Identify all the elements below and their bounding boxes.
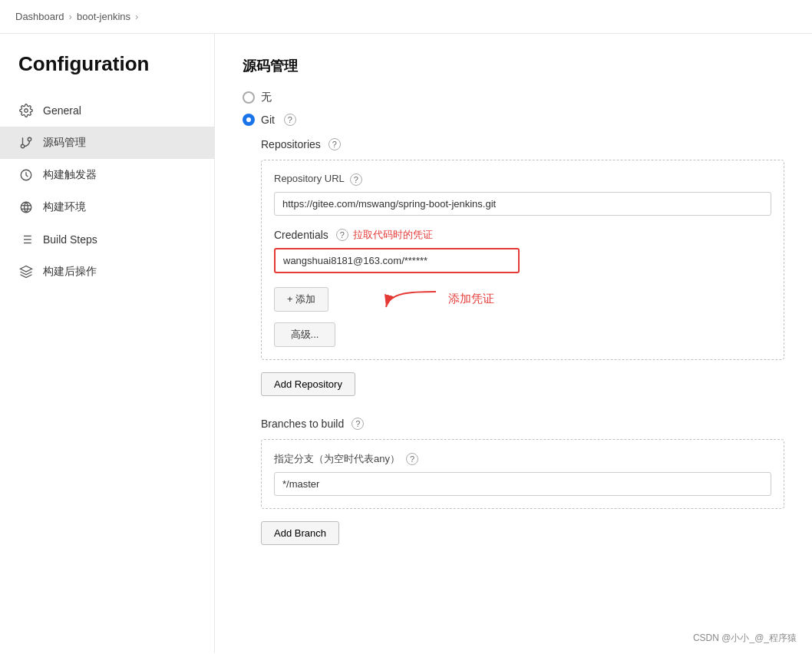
branch-field-label-text: 指定分支（为空时代表any） bbox=[274, 452, 400, 466]
credentials-help-icon[interactable]: ? bbox=[336, 229, 348, 241]
sidebar-item-env-label: 构建环境 bbox=[43, 200, 86, 214]
breadcrumb: Dashboard › boot-jenkins › bbox=[0, 0, 812, 34]
repositories-header: Repositories ? bbox=[261, 138, 784, 150]
repo-url-label-text: Repository URL bbox=[274, 173, 344, 184]
svg-point-2 bbox=[28, 137, 31, 141]
radio-group-scm: 无 Git ? bbox=[243, 91, 784, 126]
credentials-label-row: Credentials ? 拉取代码时的凭证 bbox=[274, 228, 771, 242]
git-help-icon[interactable]: ? bbox=[284, 114, 296, 126]
globe-icon bbox=[18, 200, 34, 215]
repositories-help-icon[interactable]: ? bbox=[328, 138, 341, 150]
radio-git[interactable]: Git ? bbox=[243, 114, 784, 126]
credentials-label-text: Credentials bbox=[274, 229, 328, 241]
annotation-text: 添加凭证 bbox=[448, 292, 494, 306]
package-icon bbox=[18, 264, 34, 279]
breadcrumb-sep-1: › bbox=[69, 11, 72, 22]
sidebar-item-build-env[interactable]: 构建环境 bbox=[0, 191, 214, 223]
main-content: 源码管理 无 Git ? Repositories ? bbox=[215, 34, 812, 653]
watermark: CSDN @小小_@_程序猿 bbox=[693, 632, 797, 645]
sidebar-item-build-steps[interactable]: Build Steps bbox=[0, 223, 214, 256]
section-title: 源码管理 bbox=[243, 57, 784, 75]
add-branch-button[interactable]: Add Branch bbox=[261, 521, 339, 545]
sidebar-item-build-triggers[interactable]: 构建触发器 bbox=[0, 159, 214, 191]
add-credential-button[interactable]: + 添加 bbox=[274, 287, 328, 312]
branches-header: Branches to build ? bbox=[261, 418, 784, 430]
repositories-label: Repositories bbox=[261, 138, 321, 150]
breadcrumb-sep-2: › bbox=[135, 11, 138, 22]
sidebar-item-general[interactable]: General bbox=[0, 94, 214, 127]
repository-url-input[interactable] bbox=[274, 192, 771, 216]
repositories-dashed-box: Repository URL ? Credentials ? 拉取代码时的凭证 … bbox=[261, 160, 784, 360]
sidebar-item-source-management[interactable]: 源码管理 bbox=[0, 127, 214, 159]
list-icon bbox=[18, 232, 34, 247]
radio-none-circle bbox=[243, 91, 255, 104]
credentials-actions: + 添加 添加凭证 bbox=[274, 284, 771, 347]
credentials-input[interactable] bbox=[274, 248, 520, 273]
branches-label: Branches to build bbox=[261, 418, 344, 430]
sidebar-item-postbuild-label: 构建后操作 bbox=[43, 265, 97, 279]
svg-point-3 bbox=[21, 144, 25, 148]
branch-field-help-icon[interactable]: ? bbox=[406, 453, 418, 465]
radio-none[interactable]: 无 bbox=[243, 91, 784, 104]
svg-point-5 bbox=[21, 202, 31, 213]
radio-git-label: Git bbox=[261, 114, 275, 126]
sidebar: Configuration General 源码管理 构建触发器 bbox=[0, 34, 215, 653]
gear-icon bbox=[18, 103, 34, 118]
sidebar-item-post-build[interactable]: 构建后操作 bbox=[0, 256, 214, 288]
repositories-section: Repositories ? Repository URL ? Credenti… bbox=[261, 138, 784, 560]
credentials-hint: 拉取代码时的凭证 bbox=[353, 228, 433, 242]
radio-none-label: 无 bbox=[261, 91, 272, 104]
repo-url-help-icon[interactable]: ? bbox=[350, 173, 362, 186]
repo-url-label: Repository URL ? bbox=[274, 173, 771, 186]
sidebar-item-source-label: 源码管理 bbox=[43, 136, 86, 150]
radio-git-circle bbox=[243, 114, 255, 126]
branches-dashed-box: 指定分支（为空时代表any） ? bbox=[261, 439, 784, 509]
sidebar-item-general-label: General bbox=[43, 104, 81, 117]
clock-icon bbox=[18, 167, 34, 183]
sidebar-item-triggers-label: 构建触发器 bbox=[43, 168, 97, 182]
breadcrumb-dashboard[interactable]: Dashboard bbox=[15, 11, 64, 22]
annotation-arrow bbox=[382, 284, 444, 315]
git-branch-icon bbox=[18, 135, 34, 150]
add-repository-button[interactable]: Add Repository bbox=[261, 372, 355, 396]
sidebar-item-steps-label: Build Steps bbox=[43, 233, 97, 246]
branches-help-icon[interactable]: ? bbox=[352, 418, 364, 430]
advanced-button[interactable]: 高级... bbox=[274, 322, 335, 347]
breadcrumb-boot-jenkins[interactable]: boot-jenkins bbox=[77, 11, 130, 22]
sidebar-title: Configuration bbox=[0, 52, 214, 94]
branch-input[interactable] bbox=[274, 472, 771, 496]
branch-field-label: 指定分支（为空时代表any） ? bbox=[274, 452, 771, 466]
svg-point-0 bbox=[25, 109, 28, 113]
